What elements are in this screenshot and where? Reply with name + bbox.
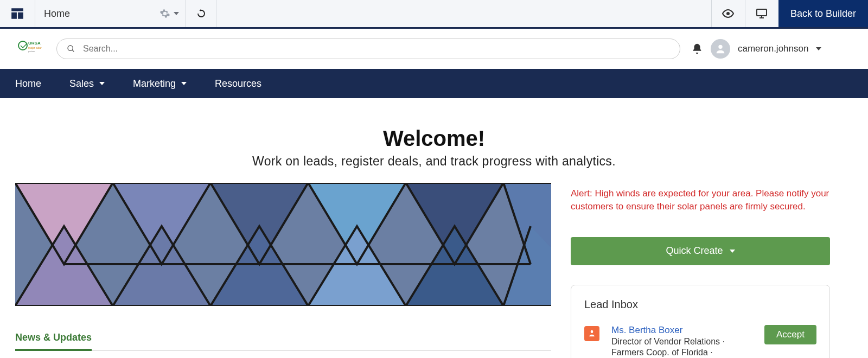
page-selector[interactable]: Home bbox=[35, 0, 186, 27]
chevron-down-icon bbox=[181, 82, 187, 85]
lead-icon bbox=[584, 326, 599, 341]
eye-icon bbox=[722, 7, 735, 20]
svg-point-10 bbox=[718, 45, 722, 49]
bell-icon[interactable] bbox=[691, 43, 703, 55]
builder-menu-button[interactable] bbox=[0, 0, 35, 27]
svg-point-9 bbox=[68, 46, 73, 50]
hero-image bbox=[15, 183, 551, 306]
svg-text:partner: partner bbox=[28, 50, 35, 53]
nav-sales[interactable]: Sales bbox=[69, 78, 105, 90]
svg-rect-0 bbox=[11, 8, 23, 11]
chevron-down-icon bbox=[99, 82, 105, 85]
news-tabs: News & Updates bbox=[15, 332, 551, 351]
preview-button[interactable] bbox=[711, 0, 745, 27]
caret-down-icon bbox=[730, 250, 735, 253]
avatar[interactable] bbox=[711, 39, 730, 59]
lead-inbox-title: Lead Inbox bbox=[584, 298, 816, 311]
ursa-logo-icon: URSA major solar partner bbox=[15, 34, 46, 64]
lead-row: Ms. Bertha Boxer Director of Vendor Rela… bbox=[584, 325, 816, 358]
layout-icon bbox=[10, 7, 24, 21]
quick-create-label: Quick Create bbox=[666, 245, 723, 257]
svg-text:URSA: URSA bbox=[28, 41, 41, 46]
person-star-icon bbox=[588, 329, 596, 338]
app-header: URSA major solar partner cameron.johnson bbox=[0, 29, 868, 69]
back-label: Back to Builder bbox=[790, 8, 856, 20]
device-button[interactable] bbox=[745, 0, 778, 27]
quick-create-button[interactable]: Quick Create bbox=[571, 237, 830, 265]
nav-home[interactable]: Home bbox=[15, 78, 41, 90]
search-box[interactable] bbox=[56, 39, 680, 59]
lead-title: Director of Vendor Relations · bbox=[611, 337, 752, 347]
builder-bar: Home Back to Builder bbox=[0, 0, 868, 29]
svg-rect-2 bbox=[18, 12, 23, 19]
search-input[interactable] bbox=[83, 44, 670, 54]
nav-resources[interactable]: Resources bbox=[215, 78, 261, 90]
desktop-icon bbox=[755, 7, 768, 20]
logo[interactable]: URSA major solar partner bbox=[15, 34, 46, 64]
tab-divider bbox=[15, 350, 551, 351]
hero-subtitle: Work on leads, register deals, and track… bbox=[15, 154, 853, 169]
page-label: Home bbox=[44, 8, 70, 20]
lead-name-link[interactable]: Ms. Bertha Boxer bbox=[611, 325, 752, 336]
nav-marketing[interactable]: Marketing bbox=[133, 78, 187, 90]
user-menu-caret-icon[interactable] bbox=[816, 47, 821, 50]
accept-button[interactable]: Accept bbox=[764, 325, 816, 344]
content: Welcome! Work on leads, register deals, … bbox=[0, 98, 868, 358]
refresh-icon bbox=[196, 9, 206, 18]
refresh-button[interactable] bbox=[186, 0, 216, 27]
username[interactable]: cameron.johnson bbox=[738, 43, 808, 54]
tab-news-updates[interactable]: News & Updates bbox=[15, 332, 92, 351]
back-to-builder-button[interactable]: Back to Builder bbox=[778, 0, 868, 27]
svg-rect-4 bbox=[757, 9, 767, 16]
svg-point-3 bbox=[726, 12, 730, 15]
svg-rect-1 bbox=[11, 12, 17, 19]
person-icon bbox=[714, 43, 726, 55]
search-icon bbox=[67, 44, 75, 53]
alert-text: Alert: High winds are expected for your … bbox=[571, 187, 830, 213]
lead-inbox: Lead Inbox Ms. Bertha Boxer Director of … bbox=[571, 285, 830, 358]
caret-down-icon bbox=[174, 12, 179, 15]
main-nav: Home Sales Marketing Resources bbox=[0, 69, 868, 98]
lead-company: Farmers Coop. of Florida · bbox=[611, 348, 752, 357]
gear-icon[interactable] bbox=[159, 8, 170, 19]
svg-text:major solar: major solar bbox=[28, 46, 42, 49]
svg-point-5 bbox=[18, 41, 27, 50]
hero-title: Welcome! bbox=[15, 126, 853, 151]
